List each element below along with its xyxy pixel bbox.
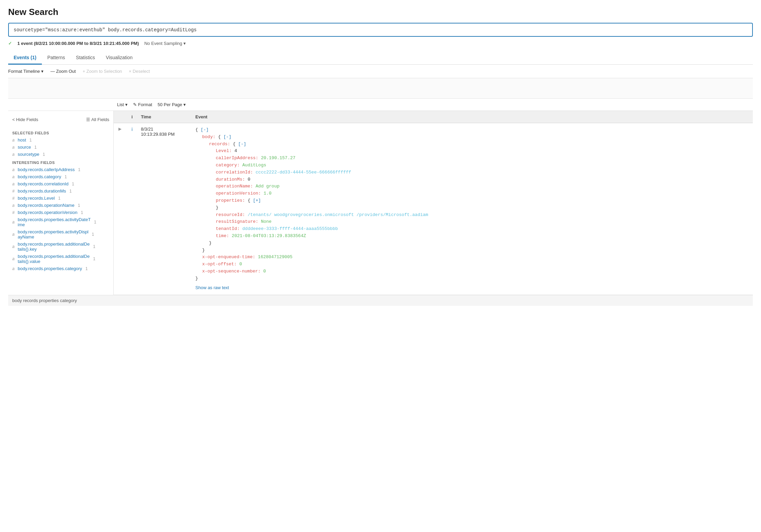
json-line: resourceId: /tenants/ woodgrovegroceries… (216, 212, 750, 219)
json-line: category: AuditLogs (216, 162, 750, 169)
sidebar: < Hide Fields ☰ All Fields SELECTED FIEL… (8, 111, 114, 295)
list-button[interactable]: List ▾ (117, 102, 128, 107)
interesting-fields-title: INTERESTING FIELDS (8, 158, 113, 166)
page-container: New Search ✓ 1 event (8/2/21 10:00:00.00… (0, 0, 761, 313)
json-line: x-opt-enqueued-time: 1628047129005 (202, 254, 750, 261)
table-row: ▶ i 8/3/21 10:13:29.838 PM { [-] body: {… (114, 123, 753, 295)
field-body-records-properties-category[interactable]: a body.records.properties.category 1 (8, 265, 113, 272)
json-line: durationMs: 0 (216, 176, 750, 183)
json-line: } (216, 204, 750, 212)
event-col-header: Event (193, 111, 753, 123)
json-line: x-opt-sequence-number: 0 (202, 268, 750, 275)
json-line: body: { [-] (202, 134, 750, 141)
json-line: tenantId: ddddeeee-3333-ffff-4444-aaaa55… (216, 226, 750, 233)
field-body-records-correlationId[interactable]: a body.records.correlationId 1 (8, 180, 113, 187)
sampling-dropdown[interactable]: No Event Sampling ▾ (144, 41, 186, 46)
show-raw-text-button[interactable]: Show as raw text (195, 282, 750, 292)
timeline-chart (8, 78, 753, 99)
tab-events[interactable]: Events (1) (8, 51, 42, 65)
json-line: operationName: Add group (216, 183, 750, 190)
field-body-records-category[interactable]: a body.records.category 1 (8, 173, 113, 180)
expand-col-header (114, 111, 126, 123)
json-line: operationVersion: 1.0 (216, 190, 750, 197)
event-count-label: 1 event (8/2/21 10:00:00.000 PM to 8/3/2… (17, 41, 139, 46)
field-host[interactable]: a host 1 (8, 136, 113, 144)
results-table: i Time Event ▶ i 8/3/21 10:13:29.838 PM … (114, 111, 753, 295)
json-line: { [-] (195, 127, 750, 134)
json-line: } (209, 240, 750, 247)
json-line: time: 2021-08-04T03:13:29.8383564Z (216, 233, 750, 240)
json-line: resultSignature: None (216, 218, 750, 226)
format-timeline-button[interactable]: Format Timeline ▾ (8, 69, 44, 74)
success-checkmark: ✓ (8, 41, 12, 46)
selected-fields-title: SELECTED FIELDS (8, 128, 113, 136)
json-line: } (202, 247, 750, 254)
event-content: { [-] body: { [-] records: { [-] Level: … (193, 123, 753, 295)
field-body-records-operationName[interactable]: a body.records.operationName 1 (8, 202, 113, 209)
time-col-header: Time (138, 111, 193, 123)
field-body-records-properties-activityDateTime[interactable]: a body.records.properties.activityDateTi… (8, 216, 113, 228)
info-button[interactable]: i (126, 123, 138, 135)
search-info: ✓ 1 event (8/2/21 10:00:00.000 PM to 8/3… (8, 41, 753, 46)
field-source[interactable]: a source 1 (8, 144, 113, 151)
field-body-records-properties-additionalDetails-value[interactable]: a body.records.properties.additionalDeta… (8, 253, 113, 265)
tab-patterns[interactable]: Patterns (42, 51, 70, 65)
tab-bar: Events (1) Patterns Statistics Visualiza… (8, 51, 753, 65)
search-input[interactable] (14, 27, 747, 33)
zoom-out-button[interactable]: — Zoom Out (50, 69, 76, 74)
field-body-records-properties-activityDisplayName[interactable]: a body.records.properties.activityDispla… (8, 228, 113, 240)
json-line: correlationId: cccc2222-dd33-4444-55ee-6… (216, 169, 750, 176)
dropdown-arrow-icon: ▾ (125, 102, 128, 107)
field-body-records-Level[interactable]: # body.records.Level 1 (8, 195, 113, 202)
tab-statistics[interactable]: Statistics (70, 51, 100, 65)
sidebar-header: < Hide Fields ☰ All Fields (8, 115, 113, 124)
results-toolbar: List ▾ ✎ Format 50 Per Page ▾ (8, 99, 753, 111)
field-sourcetype[interactable]: a sourcetype 1 (8, 151, 113, 158)
table-header: i Time Event (114, 111, 753, 123)
info-col-header: i (126, 111, 138, 123)
field-body-records-callerIpAddress[interactable]: a body.records.callerIpAddress 1 (8, 166, 113, 173)
dropdown-arrow-icon: ▾ (41, 69, 44, 74)
breadcrumb: body records properties category (8, 295, 753, 306)
json-line: Level: 4 (216, 148, 750, 155)
deselect-button[interactable]: × Deselect (129, 69, 150, 74)
timeline-controls: Format Timeline ▾ — Zoom Out + Zoom to S… (8, 65, 753, 78)
expand-button[interactable]: ▶ (114, 123, 126, 135)
json-line: properties: { [+] (216, 197, 750, 204)
zoom-to-selection-button[interactable]: + Zoom to Selection (83, 69, 122, 74)
main-content: < Hide Fields ☰ All Fields SELECTED FIEL… (8, 111, 753, 295)
dropdown-arrow-icon: ▾ (183, 41, 186, 46)
hide-fields-button[interactable]: < Hide Fields (12, 117, 38, 122)
format-button[interactable]: ✎ Format (133, 102, 152, 107)
json-line: x-opt-offset: 0 (202, 261, 750, 268)
page-title: New Search (8, 7, 753, 17)
per-page-button[interactable]: 50 Per Page ▾ (158, 102, 186, 107)
dropdown-arrow-icon: ▾ (183, 102, 186, 107)
tab-visualization[interactable]: Visualization (100, 51, 138, 65)
all-fields-button[interactable]: ☰ All Fields (86, 117, 109, 122)
field-body-records-durationMs[interactable]: # body.records.durationMs 1 (8, 187, 113, 195)
format-timeline-label: Format Timeline (8, 69, 40, 74)
json-line: callerIpAddress: 20.190.157.27 (216, 155, 750, 162)
selected-fields-list: a host 1 a source 1 a sourcetype 1 (8, 136, 113, 158)
event-time: 8/3/21 10:13:29.838 PM (138, 123, 193, 140)
field-body-records-operationVersion[interactable]: # body.records.operationVersion 1 (8, 209, 113, 216)
json-line: records: { [-] (209, 141, 750, 148)
search-bar[interactable] (8, 23, 753, 37)
field-body-records-properties-additionalDetails-key[interactable]: a body.records.properties.additionalDeta… (8, 240, 113, 253)
json-line: } (195, 275, 750, 282)
interesting-fields-list: a body.records.callerIpAddress 1 a body.… (8, 166, 113, 272)
